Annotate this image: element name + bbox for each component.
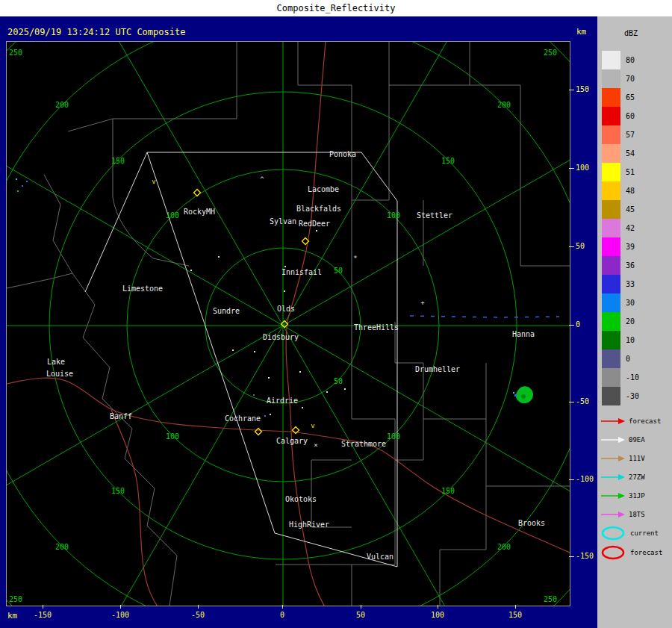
bottom-axis-tick [120,605,121,609]
map-speck [302,407,303,408]
city-label: Hanna [512,330,535,338]
dbz-scale-value: 42 [626,224,635,232]
region-legend-label: current [630,529,659,537]
right-axis-tick [569,246,574,247]
region-legend-row: forecast [597,543,672,562]
dbz-scale-row: 0 [597,349,672,368]
dbz-color-swatch [602,331,620,349]
dbz-color-swatch [602,275,620,293]
map-speck [16,178,17,180]
city-label: RedDeer [299,220,330,228]
right-axis-label: -50 [576,397,589,405]
bottom-axis-tick [438,605,438,609]
bottom-axis-label: 100 [425,611,450,619]
vector-legend-row: 27ZW [597,467,672,486]
dbz-color-swatch [602,88,620,107]
city-label: Lake [47,358,65,366]
city-label: Airdrie [267,397,298,405]
right-axis-label: 100 [576,164,589,172]
map-speck [344,388,346,390]
map-speck [326,391,328,393]
right-axis-tick [569,479,574,480]
range-ring-label: 100 [387,432,400,441]
dbz-scale-row: 20 [597,312,672,331]
radar-map[interactable]: 2502001501002502001501005050100150200250… [6,41,570,606]
dbz-color-swatch [602,219,620,237]
city-label: Cochrane [225,414,261,423]
city-label: Ponoka [329,150,356,158]
right-axis-tick [569,556,574,557]
right-axis-label: 0 [576,320,580,329]
dbz-color-swatch [602,237,620,256]
dbz-scale-value: 10 [626,336,635,344]
dbz-color-swatch [602,293,620,312]
dbz-color-swatch [602,368,620,387]
dbz-scale-value: 33 [626,280,635,288]
dbz-scale-row: 48 [597,181,672,200]
map-speck [268,377,270,379]
dbz-color-swatch [602,181,620,200]
range-ring-label: 250 [544,595,557,603]
dbz-scale-value: 80 [626,56,635,64]
map-speck [284,266,286,267]
dbz-color-swatch [602,349,620,368]
radar-app-window: Composite_Reflectivity 2025/09/19 13:24:… [0,0,672,628]
dbz-scale-value: 39 [626,243,635,251]
radar-map-canvas: 2502001501002502001501005050100150200250… [7,42,570,606]
vector-legend-label: 18TS [629,511,645,518]
vector-legend-label: 27ZW [629,473,645,481]
vector-legend-label: forecast [629,417,661,425]
coverage-outline [85,152,397,567]
range-ring-label: 250 [544,49,557,57]
dbz-scale-row: 70 [597,69,672,88]
bottom-axis-tick [282,605,283,609]
dbz-scale-value: 30 [626,299,635,307]
right-axis-tick [569,168,574,169]
dbz-scale-row: 30 [597,293,672,312]
dbz-scale: 807065605754514845423936333020100-10-30 [597,51,672,405]
range-ring-label: 200 [55,543,69,551]
window-title: Composite_Reflectivity [277,3,396,13]
dbz-color-swatch [602,69,620,88]
vector-legend-label: 31JP [629,492,645,500]
map-speck [299,371,301,373]
range-ring-label: 200 [55,101,69,109]
dbz-color-swatch [602,144,620,163]
09EA-arrow-icon [600,435,626,444]
map-speck [264,415,266,417]
dbz-scale-row: 65 [597,88,672,107]
dbz-color-swatch [602,163,620,181]
vector-legend-row: forecast [597,411,672,430]
map-speck [190,270,192,271]
vector-legend-label: 111V [629,455,645,462]
dbz-scale-row: 57 [597,125,672,144]
dbz-scale-value: 70 [626,75,635,83]
dbz-color-swatch [602,107,620,125]
bottom-axis-label: 50 [348,611,373,619]
timestamp-label: 2025/09/19 13:24:12 UTC Composite [7,27,185,37]
dbz-scale-row: -10 [597,368,672,387]
dbz-scale-row: 51 [597,163,672,181]
bottom-axis-tick [361,605,361,609]
dbz-scale-row: -30 [597,387,672,405]
city-label: Blackfalds [296,205,341,213]
map-speck [17,190,19,192]
right-axis-tick [569,402,574,402]
dbz-scale-value: 20 [626,317,635,326]
dbz-color-swatch [602,200,620,219]
vector-legend-row: 31JP [597,486,672,505]
range-ring-label: 150 [441,157,455,165]
bottom-axis: km -150-100-50050100150 [0,605,569,628]
dbz-scale-row: 39 [597,237,672,256]
111V-arrow-icon [600,454,626,463]
bottom-axis-tick [198,605,199,609]
city-label: Louise [46,370,73,378]
31JP-arrow-icon [600,491,626,500]
vector-legend: forecast09EA111V27ZW31JP18TS [597,411,672,523]
dbz-scale-row: 54 [597,144,672,163]
dbz-scale-row: 45 [597,200,672,219]
range-ring-label: 150 [111,157,125,165]
dbz-scale-value: 36 [626,261,635,270]
map-speck [254,351,255,352]
map-speck [218,256,220,258]
